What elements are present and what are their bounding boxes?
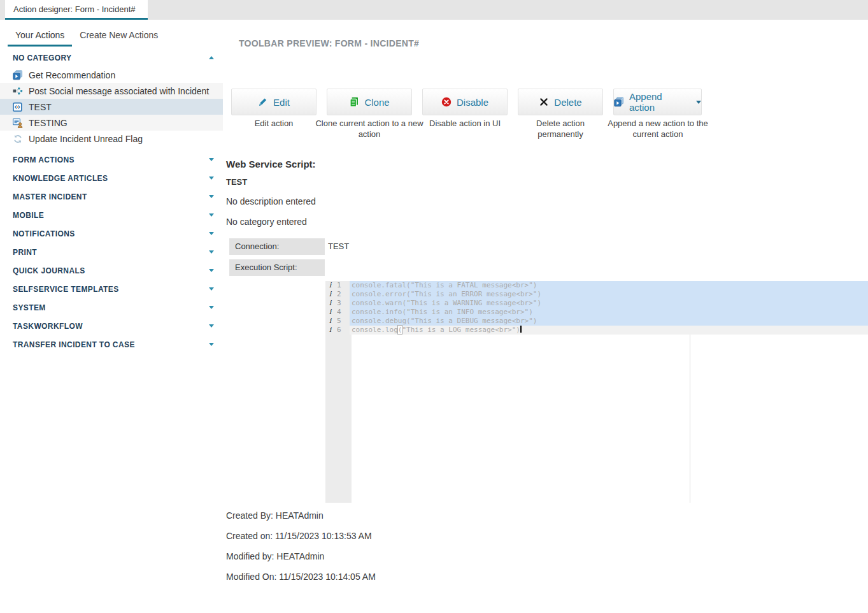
editor-line[interactable]: i 1 console.fatal("This is a FATAL messa… [325,281,868,290]
line-number: 2 [335,290,350,299]
tab-your-actions[interactable]: Your Actions [8,26,72,47]
sidebar-section-mobile[interactable]: MOBILE [0,206,223,224]
line-info-icon: i [325,281,335,290]
chevron-down-icon[interactable] [209,324,214,328]
sidebar-section-quick-journals[interactable]: QUICK JOURNALS [0,261,223,280]
sidebar-item-label: Post Social message associated with Inci… [29,86,209,96]
button-description: Edit action [220,118,328,129]
line-info-icon: i [325,290,335,299]
editor-line[interactable]: i 4 console.info("This is an INFO messag… [325,308,868,317]
button-label: Edit [273,97,290,108]
button-description: Disable action in UI [411,118,519,129]
append-stack-icon [614,97,624,107]
action-designer-window: Action designer: Form - Incident# Your A… [0,0,868,613]
action-name: TEST [226,177,247,187]
button-label: Clone [364,97,389,108]
chevron-down-icon[interactable] [209,195,214,198]
code-text[interactable]: console.warn("This is a WARNING message<… [350,299,868,308]
chevron-down-icon[interactable] [209,213,214,217]
code-text[interactable]: console.fatal("This is a FATAL message<b… [350,281,868,290]
editor-line[interactable]: i 5 console.debug("This is a DEBUG messa… [325,317,868,326]
modified-by-text: Modified by: HEATAdmin [226,551,324,561]
sidebar-section-print[interactable]: PRINT [0,243,223,261]
line-number: 3 [335,299,350,308]
sidebar-item-label: Get Recommendation [29,70,115,80]
chevron-down-icon[interactable] [209,343,214,346]
section-label: NOTIFICATIONS [13,229,75,238]
button-description: Delete action permanently [525,118,595,140]
section-label: FORM ACTIONS [13,155,75,164]
sidebar-item-test[interactable]: TEST [0,99,223,115]
append-stack-icon [13,70,23,80]
code-text[interactable]: console.error("This is an ERROR message<… [350,290,868,299]
sidebar-section-notifications[interactable]: NOTIFICATIONS [0,224,223,243]
code-text[interactable]: console.log("This is a LOG message<br>") [350,326,868,335]
action-description-text: No description entered [226,196,316,206]
created-on-text: Created on: 11/15/2023 10:13:53 AM [226,531,372,541]
action-type-heading: Web Service Script: [226,159,316,169]
line-number: 5 [335,317,350,326]
clone-button[interactable]: Clone [327,89,412,115]
chevron-down-icon[interactable] [209,232,214,235]
line-info-icon: i [325,317,335,326]
disable-icon [441,97,452,107]
sidebar-item-post-social[interactable]: Post Social message associated with Inci… [0,83,223,99]
editor-line[interactable]: i 3 console.warn("This is a WARNING mess… [325,299,868,308]
section-label: TRANSFER INCIDENT TO CASE [13,340,135,349]
sidebar-section-taskworkflow[interactable]: TASKWORKFLOW [0,317,223,335]
sidebar-item-label: TEST [29,102,52,112]
chevron-down-icon[interactable] [209,269,214,272]
sidebar-section-no-category[interactable]: NO CATEGORY [0,48,223,67]
sidebar-item-update-incident-unread-flag[interactable]: Update Incident Unread Flag [0,131,223,147]
sidebar-item-get-recommendation[interactable]: Get Recommendation [0,67,223,83]
modified-on-text: Modified On: 11/15/2023 10:14:05 AM [226,572,376,582]
disable-button[interactable]: Disable [422,89,508,115]
execution-script-field-label: Execution Script: [229,259,325,276]
section-label: TASKWORKFLOW [13,322,83,331]
connection-field-label: Connection: [229,238,325,255]
sidebar-section-selfservice-templates[interactable]: SELFSERVICE TEMPLATES [0,280,223,298]
chevron-down-icon[interactable] [209,250,214,254]
sidebar-section-transfer-incident-to-case[interactable]: TRANSFER INCIDENT TO CASE [0,335,223,354]
chevron-up-icon[interactable] [209,56,214,59]
line-info-icon: i [325,299,335,308]
sidebar-section-knowledge-articles[interactable]: KNOWLEDGE ARTICLES [0,169,223,187]
section-label: NO CATEGORY [13,54,71,62]
section-label: PRINT [13,248,37,257]
button-description: Append a new action to the current actio… [603,118,713,140]
line-number: 4 [335,308,350,317]
line-number: 6 [335,326,350,335]
tab-bar: Your Actions Create New Actions [8,26,166,47]
editor-line[interactable]: i 2 console.error("This is an ERROR mess… [325,290,868,299]
script-editor[interactable]: i 1 console.fatal("This is a FATAL messa… [325,281,868,503]
chevron-down-icon[interactable] [209,158,214,161]
sidebar-section-form-actions[interactable]: FORM ACTIONS [0,150,223,169]
clone-icon [349,97,359,107]
actions-sidebar: NO CATEGORY Get Recommendation Post Soci… [0,48,223,354]
section-label: QUICK JOURNALS [13,266,85,275]
code-text[interactable]: console.info("This is an INFO message<br… [350,308,868,317]
chevron-down-icon[interactable] [209,287,214,291]
sidebar-section-system[interactable]: SYSTEM [0,298,223,317]
tab-label: Your Actions [15,30,64,40]
code-text[interactable]: console.debug("This is a DEBUG message<b… [350,317,868,326]
button-label: Delete [554,97,581,108]
tab-create-new-actions[interactable]: Create New Actions [72,26,166,47]
delete-button[interactable]: Delete [518,89,603,115]
chevron-down-icon[interactable] [209,306,214,309]
window-tab[interactable]: Action designer: Form - Incident# [5,0,148,20]
editor-line-active[interactable]: i 6 console.log("This is a LOG message<b… [325,326,868,335]
button-label: Append action [629,91,690,113]
line-number: 1 [335,281,350,290]
code-icon [13,102,23,112]
pencil-icon [258,97,268,107]
sync-icon [13,134,23,144]
chevron-down-icon [696,101,701,104]
toolbar-preview-title: TOOLBAR PREVIEW: FORM - INCIDENT# [239,38,419,48]
chevron-down-icon[interactable] [209,177,214,180]
sidebar-section-master-incident[interactable]: MASTER INCIDENT [0,187,223,206]
sidebar-item-testing[interactable]: TESTING [0,115,223,131]
edit-button[interactable]: Edit [231,89,317,115]
append-action-button[interactable]: Append action [613,89,702,115]
section-label: SELFSERVICE TEMPLATES [13,285,119,294]
